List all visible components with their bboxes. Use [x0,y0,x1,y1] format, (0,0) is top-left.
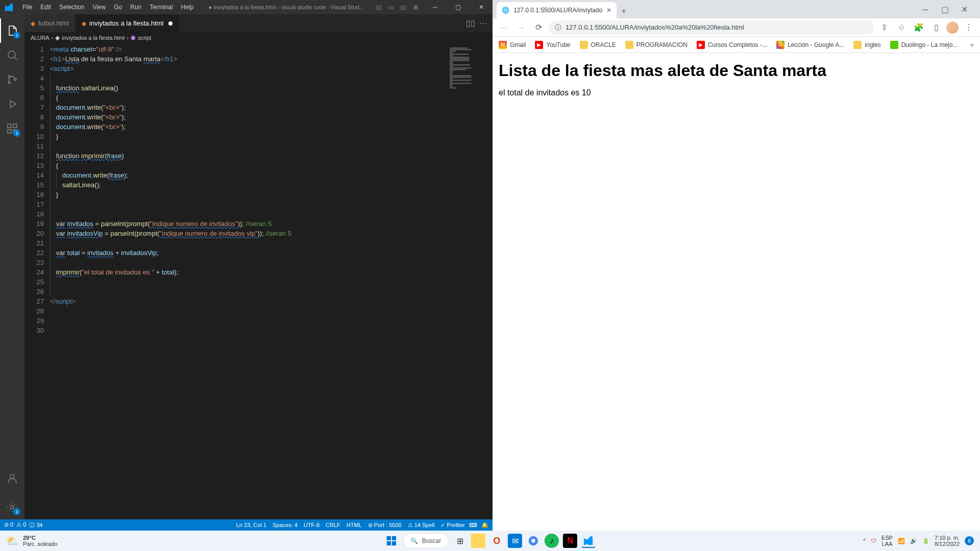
extensions-puzzle-icon[interactable]: 🧩 [912,20,926,35]
code-editor[interactable]: 1234567891011121314151617181920212223242… [24,43,493,519]
settings-gear-icon[interactable]: 1 [0,495,24,519]
wifi-icon[interactable]: 📶 [898,538,905,544]
status-item[interactable]: ✓ Prettier [440,522,465,529]
close-tab-icon[interactable]: ✕ [606,7,611,14]
back-button[interactable]: ← [497,20,511,35]
extensions-icon[interactable]: 1 [0,116,24,141]
bookmark-item[interactable]: ingles [853,41,880,49]
explorer-icon[interactable]: 1 [0,18,24,43]
clock[interactable]: 7:10 p. m. 8/12/2022 [935,535,960,547]
svg-rect-5 [8,130,11,133]
menu-edit[interactable]: Edit [36,4,55,11]
minimap[interactable]: ████████████████████████████████████████… [447,43,493,519]
chrome-minimize-button[interactable]: ─ [918,5,933,14]
status-item[interactable]: CRLF [326,522,340,528]
search-loupe-icon: 🔍 [410,537,418,544]
status-item[interactable]: Spaces: 4 [273,522,298,528]
bookmark-favicon-icon [890,41,898,49]
task-view-icon[interactable]: ⊞ [453,534,467,548]
bookmark-item[interactable]: Duolingo - La mejo... [890,41,958,49]
side-panel-icon[interactable]: ▯ [929,20,943,35]
taskbar-search[interactable]: 🔍 Buscar [403,533,449,548]
status-item[interactable]: UTF-8 [304,522,320,528]
account-icon[interactable] [0,466,24,491]
status-item[interactable]: ⚠ 14 Spell [408,522,435,529]
breadcrumb[interactable]: ALURA › ◆ inviytados a la fiesta.html › … [24,32,493,43]
chrome-taskbar-icon[interactable] [526,534,541,548]
netflix-taskbar-icon[interactable]: N [563,534,577,548]
bookmark-item[interactable]: MGmail [499,41,526,49]
breadcrumb-symbol[interactable]: script [138,35,151,41]
breadcrumb-folder[interactable]: ALURA [31,35,50,41]
new-tab-button[interactable]: + [617,4,631,18]
menu-view[interactable]: View [88,4,110,11]
status-item[interactable]: ⓘ 34 [29,521,42,529]
bookmark-item[interactable]: ▶YouTube [535,41,570,49]
svg-rect-11 [392,536,396,540]
sun-icon: ⛅ [6,535,19,547]
explorer-taskbar-icon[interactable] [471,534,485,548]
debug-icon[interactable] [0,92,24,116]
code-content[interactable]: <meta charset="utf-8" /><h1>Lista de la … [50,43,493,519]
forward-button[interactable]: → [514,20,528,35]
status-item[interactable]: Ln 23, Col 1 [236,522,266,528]
more-actions-icon[interactable]: ⋯ [479,18,487,28]
search-icon[interactable] [0,43,24,67]
chrome-close-button[interactable]: ✕ [957,5,972,14]
share-icon[interactable]: ⇪ [877,20,891,35]
bookmark-item[interactable]: GLección - Google A... [776,41,844,49]
status-item[interactable]: ⚠ 0 [16,521,26,529]
mail-taskbar-icon[interactable]: ✉ [508,534,522,548]
source-control-icon[interactable] [0,67,24,92]
page-paragraph: el total de invitados es 10 [499,88,974,97]
menu-terminal[interactable]: Terminal [145,4,177,11]
notifications-badge[interactable]: 8 [965,536,974,545]
status-item[interactable]: ⊘ 0 [4,521,13,529]
volume-icon[interactable]: 🔊 [910,538,917,544]
sidebar-icon[interactable]: ▯▯ [399,3,407,11]
chrome-menu-icon[interactable]: ⋮ [962,20,976,35]
layout-icon[interactable]: ▯▯ [375,3,383,11]
svg-rect-6 [13,124,17,128]
bookmark-item[interactable]: ORACLE [580,41,616,49]
bell-icon[interactable]: 🔔 [481,522,488,529]
feedback-icon[interactable]: ⌨ [469,522,477,529]
address-bar[interactable]: ⓘ 127.0.0.1:5500/ALURA/inviytados%20a%20… [549,20,874,35]
chrome-maximize-button[interactable]: ▢ [937,5,952,14]
vscode-taskbar-icon[interactable] [581,534,596,548]
breadcrumb-file[interactable]: inviytados a la fiesta.html [62,35,125,41]
html-file-icon: ◆ [82,20,86,27]
maximize-button[interactable]: ▢ [447,0,470,14]
split-editor-icon[interactable]: ▯▯ [466,18,475,28]
mcafee-icon[interactable]: 🛡 [871,538,876,544]
menu-help[interactable]: Help [177,4,198,11]
profile-avatar[interactable] [946,21,959,34]
panel-icon[interactable]: ▭ [387,3,395,11]
editor-tab[interactable]: ◆inviytados a la fiesta.html [76,14,179,32]
status-item[interactable]: ⊘ Port : 5500 [368,522,402,529]
info-icon[interactable]: ⓘ [555,23,561,32]
bookmark-item[interactable]: ▶Cursos Completos -... [697,41,767,49]
bookmarks-overflow-icon[interactable]: » [970,41,974,48]
menu-run[interactable]: Run [126,4,145,11]
battery-icon[interactable]: 🔋 [922,538,929,544]
menu-selection[interactable]: Selection [55,4,88,11]
start-button[interactable] [384,534,399,548]
reload-button[interactable]: ⟳ [531,20,546,35]
html-file-icon: ◆ [55,34,60,41]
browser-tab[interactable]: 🌐 127.0.0.1:5500/ALURA/inviytado ✕ [497,2,617,18]
editor-tab[interactable]: ◆futbol.html [24,14,76,32]
star-icon[interactable]: ☆ [894,20,909,35]
language-indicator[interactable]: ESP LAA [881,535,893,547]
menu-go[interactable]: Go [110,4,126,11]
close-button[interactable]: ✕ [470,0,493,14]
spotify-taskbar-icon[interactable]: ♪ [545,534,559,548]
status-item[interactable]: HTML [347,522,362,528]
tray-chevron-icon[interactable]: ^ [863,538,866,544]
minimize-button[interactable]: ─ [424,0,447,14]
weather-widget[interactable]: ⛅ 29°C Parc. soleado [6,535,57,547]
office-taskbar-icon[interactable]: O [489,534,504,548]
bookmark-item[interactable]: PROGRAMACION [625,41,688,49]
menu-file[interactable]: File [18,4,36,11]
grid-icon[interactable]: ⊞ [411,3,420,11]
